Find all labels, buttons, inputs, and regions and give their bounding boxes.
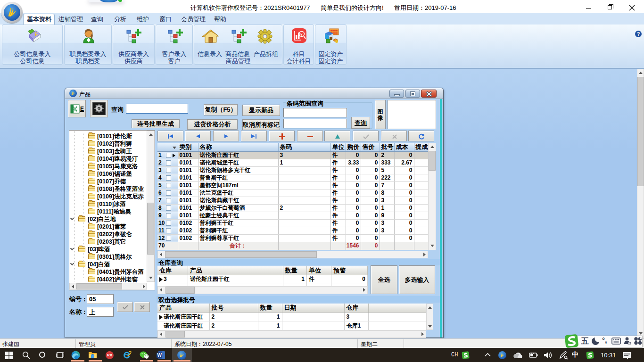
svg-text:¥: ¥ (300, 33, 303, 37)
svg-text:F: F (34, 31, 39, 37)
svg-text:W: W (157, 353, 162, 358)
